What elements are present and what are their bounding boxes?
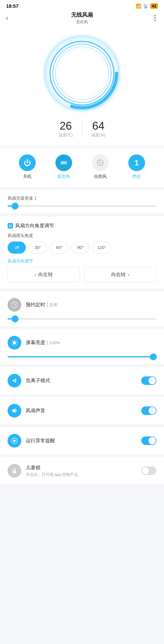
sound-icon: [8, 404, 21, 418]
wind-direction-section: 风扇方向角度调节 风扇摆头角度 off 30° 60° 90° 120° 风扇方…: [0, 216, 164, 288]
schedule-slider-thumb[interactable]: [12, 316, 18, 322]
svg-marker-30: [12, 408, 16, 413]
humidity-label: 湿度(%): [91, 132, 105, 138]
angle-btn-30[interactable]: 30°: [29, 242, 47, 254]
childlock-value: 开启后，只可用 app 控制产品: [26, 472, 137, 477]
childlock-toggle[interactable]: [141, 466, 156, 475]
angle-btn-120[interactable]: 120°: [93, 242, 111, 254]
childlock-content: 儿童锁 开启后，只可用 app 控制产品: [26, 464, 137, 477]
more-button[interactable]: ⋮: [151, 14, 158, 22]
brightness-row: 屏幕亮度 | 100%: [0, 329, 164, 356]
brightness-name: 屏幕亮度 | 100%: [26, 339, 156, 346]
alert-toggle-thumb: [148, 437, 156, 444]
turn-right-button[interactable]: 向右转 ›: [84, 267, 156, 282]
alert-toggle[interactable]: [141, 436, 156, 445]
wind-section-title: 风扇方向角度调节: [15, 222, 54, 229]
speed-title: 风扇无级变速 1: [8, 196, 156, 201]
alert-name: 运行异常提醒: [26, 437, 137, 444]
brightness-slider-row: [0, 356, 164, 364]
fan-ring-svg: [43, 34, 121, 113]
speed-slider-thumb[interactable]: [12, 203, 18, 209]
sound-name: 风扇声音: [26, 407, 137, 414]
schedule-card: 预约定时 | 关闭: [0, 291, 164, 326]
temperature-block: 26 温度(℃): [50, 120, 82, 138]
angle-btn-60[interactable]: 60°: [50, 242, 68, 254]
angle-btn-off[interactable]: off: [8, 242, 26, 254]
page-title: 无线风扇: [71, 11, 93, 19]
svg-line-20: [12, 340, 13, 341]
svg-point-32: [13, 440, 16, 442]
brightness-content: 屏幕亮度 | 100%: [26, 339, 156, 346]
alert-icon: [8, 434, 21, 448]
brightness-icon: [8, 336, 21, 350]
temperature-value: 26: [59, 120, 73, 131]
alert-content: 运行异常提醒: [26, 437, 137, 444]
anion-icon: [8, 374, 21, 388]
direct-wind-label: 直吹风: [57, 174, 70, 179]
signal-icon: 📶: [136, 4, 141, 9]
anion-toggle-thumb: [148, 377, 156, 384]
fan-circle-area: [0, 25, 164, 119]
natural-wind-button[interactable]: 自然风: [92, 154, 109, 179]
direction-link[interactable]: 风扇方向调节: [8, 258, 156, 264]
schedule-content: 预约定时 | 关闭: [26, 302, 156, 308]
bottom-spacer: [0, 484, 164, 496]
status-icons: 📶 📡 42: [136, 3, 158, 9]
angle-row: off 30° 60° 90° 120°: [8, 242, 156, 254]
anion-row: 负离子模式: [0, 367, 164, 394]
wind-title-row: 风扇方向角度调节: [8, 222, 156, 229]
temperature-label: 温度(℃): [59, 132, 73, 138]
temp-humidity: 26 温度(℃) 64 湿度(%): [0, 119, 164, 145]
wind-dir-icon: [8, 223, 13, 228]
back-button[interactable]: ‹: [6, 15, 8, 21]
wind-sub-label: 风扇摆头角度: [8, 233, 156, 238]
svg-line-14: [15, 305, 16, 306]
alert-row: 运行异常提醒: [0, 427, 164, 454]
header: ‹ 无线风扇 直吹风 ⋮: [0, 11, 164, 25]
childlock-row: 儿童锁 开启后，只可用 app 控制产品: [0, 457, 164, 484]
sound-content: 风扇声音: [26, 407, 137, 414]
sound-toggle-thumb: [148, 407, 156, 414]
angle-btn-90[interactable]: 90°: [71, 242, 90, 254]
turn-left-button[interactable]: ‹ 向左转: [8, 267, 80, 282]
brightness-slider-track[interactable]: [8, 356, 156, 358]
turn-left-label: 向左转: [38, 271, 53, 278]
direct-wind-button[interactable]: 直吹风: [55, 154, 72, 179]
status-time: 18:57: [6, 3, 19, 9]
anion-toggle[interactable]: [141, 376, 156, 385]
sound-row: 风扇声音: [0, 397, 164, 424]
brightness-slider-fill: [8, 356, 153, 358]
brightness-card: 屏幕亮度 | 100%: [0, 329, 164, 364]
brightness-slider-thumb[interactable]: [150, 354, 157, 360]
anion-name: 负离子模式: [26, 377, 137, 384]
turn-row: ‹ 向左转 向右转 ›: [8, 267, 156, 282]
svg-point-34: [14, 471, 15, 472]
svg-point-15: [13, 341, 16, 344]
anion-content: 负离子模式: [26, 377, 137, 384]
schedule-slider-track[interactable]: [8, 318, 156, 320]
childlock-icon: [8, 464, 21, 478]
gear-label: 挡位: [132, 174, 141, 179]
control-row: ⏻ 关机 直吹风 自然风 1 挡位: [0, 148, 164, 187]
left-arrow-icon: ‹: [35, 272, 36, 278]
turn-right-label: 向右转: [111, 271, 126, 278]
power-icon: ⏻: [19, 154, 36, 171]
schedule-icon: [8, 298, 21, 312]
battery-badge: 42: [150, 3, 158, 9]
schedule-row: 预约定时 | 关闭: [0, 291, 164, 318]
svg-line-22: [16, 340, 17, 341]
svg-line-21: [16, 344, 17, 345]
sound-toggle[interactable]: [141, 406, 156, 415]
right-arrow-icon: ›: [128, 272, 129, 278]
schedule-slider-row: [0, 318, 164, 326]
wifi-icon: 📡: [143, 4, 148, 9]
svg-point-7: [60, 51, 104, 96]
power-button[interactable]: ⏻ 关机: [19, 154, 36, 179]
direct-wind-icon: [55, 154, 72, 171]
speed-slider-track[interactable]: [8, 206, 156, 207]
status-bar: 18:57 📶 📡 42: [0, 0, 164, 11]
natural-wind-label: 自然风: [94, 174, 107, 179]
childlock-toggle-thumb: [142, 467, 149, 474]
gear-button[interactable]: 1 挡位: [128, 154, 145, 179]
power-label: 关机: [23, 174, 32, 179]
